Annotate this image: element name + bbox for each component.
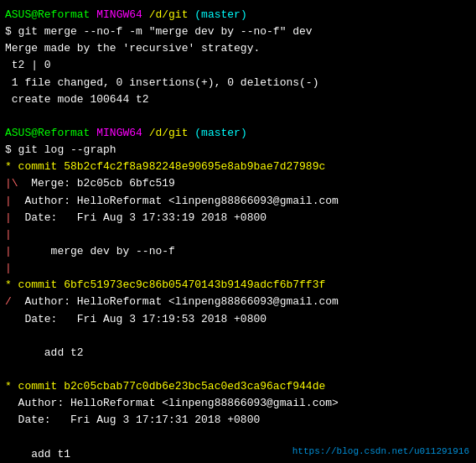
- line-command-merge: $ git merge --no-f -m "merge dev by --no…: [5, 23, 471, 40]
- line-prompt-1: ASUS@Reformat MINGW64 /d/git (master): [5, 7, 471, 23]
- line-prompt-2: ASUS@Reformat MINGW64 /d/git (master): [5, 125, 471, 142]
- line-empty-6: [5, 429, 471, 446]
- line-date-3: Date: Fri Aug 3 17:17:31 2018 +0800: [5, 412, 471, 429]
- branch-2: (master): [194, 127, 246, 139]
- line-empty-2: |: [5, 226, 471, 243]
- line-file-change-1: t2 | 0: [5, 57, 471, 74]
- line-command-log: $ git log --graph: [5, 142, 471, 159]
- line-file-change-2: 1 file changed, 0 insertions(+), 0 delet…: [5, 75, 471, 91]
- line-empty-3: |: [5, 260, 471, 277]
- line-commit-msg-2: add t2: [5, 345, 471, 362]
- user-host-2: ASUS@Reformat: [5, 127, 90, 139]
- branch: (master): [194, 8, 246, 21]
- line-commit-3: * commit b2c05cbab77c0db6e23bc5ac0ed3ca9…: [5, 378, 471, 395]
- terminal-output: ASUS@Reformat MINGW64 /d/git (master) $ …: [5, 7, 471, 463]
- line-commit-2: * commit 6bfc51973ec9c86b05470143b9149ad…: [5, 277, 471, 294]
- path-2: /d/git: [149, 127, 189, 139]
- shell-name-2: MINGW64: [96, 127, 142, 139]
- line-merge-result: Merge made by the 'recursive' strategy.: [5, 40, 471, 57]
- line-create-mode: create mode 100644 t2: [5, 91, 471, 108]
- line-merge-info: |\ Merge: b2c05cb 6bfc519: [5, 175, 471, 192]
- line-empty-5: [5, 362, 471, 378]
- line-author-3: Author: HelloReformat <linpeng88866093@g…: [5, 395, 471, 412]
- user-host: ASUS@Reformat: [5, 8, 90, 21]
- line-empty-4: [5, 328, 471, 345]
- line-empty-1: [5, 108, 471, 125]
- line-commit-msg-1: | merge dev by --no-f: [5, 243, 471, 260]
- shell-name: MINGW64: [96, 8, 142, 21]
- line-author-2: / Author: HelloReformat <linpeng88866093…: [5, 294, 471, 310]
- merge-strategy: Merge made by the 'recursive' strategy.: [5, 42, 260, 55]
- line-author-1: | Author: HelloReformat <linpeng88866093…: [5, 193, 471, 210]
- prompt-symbol: $ git merge --no-f -m "merge dev by --no…: [5, 25, 313, 38]
- path: /d/git: [149, 8, 189, 21]
- line-date-2: Date: Fri Aug 3 17:19:53 2018 +0800: [5, 311, 471, 328]
- line-commit-1: * commit 58b2cf4c2f8a982248e90695e8ab9ba…: [5, 159, 471, 175]
- line-date-1: | Date: Fri Aug 3 17:33:19 2018 +0800: [5, 210, 471, 226]
- terminal-window: ASUS@Reformat MINGW64 /d/git (master) $ …: [0, 0, 476, 463]
- watermark: https://blog.csdn.net/u011291916: [292, 446, 469, 456]
